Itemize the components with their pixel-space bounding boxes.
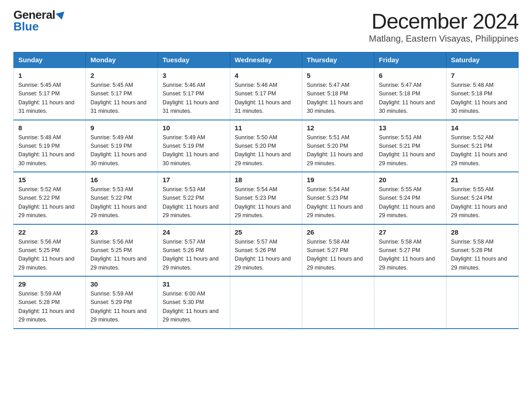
calendar-table: SundayMondayTuesdayWednesdayThursdayFrid… — [13, 52, 519, 329]
day-number: 28 — [451, 228, 514, 236]
day-info: Sunrise: 5:57 AMSunset: 5:26 PMDaylight:… — [163, 238, 225, 273]
day-info: Sunrise: 5:46 AMSunset: 5:17 PMDaylight:… — [163, 81, 225, 116]
day-number: 10 — [163, 124, 225, 132]
page-header: General Blue December 2024 Matlang, East… — [13, 9, 519, 44]
calendar-cell: 8Sunrise: 5:48 AMSunset: 5:19 PMDaylight… — [14, 120, 86, 172]
header-day-tuesday: Tuesday — [158, 52, 230, 68]
day-number: 13 — [379, 124, 442, 132]
day-info: Sunrise: 5:51 AMSunset: 5:20 PMDaylight:… — [307, 133, 369, 168]
day-number: 18 — [235, 176, 297, 184]
week-row-5: 29Sunrise: 5:59 AMSunset: 5:28 PMDayligh… — [14, 276, 519, 329]
day-info: Sunrise: 5:58 AMSunset: 5:27 PMDaylight:… — [307, 238, 369, 273]
calendar-cell — [230, 276, 302, 329]
header-day-friday: Friday — [374, 52, 446, 68]
calendar-cell: 4Sunrise: 5:46 AMSunset: 5:17 PMDaylight… — [230, 68, 302, 120]
day-info: Sunrise: 5:58 AMSunset: 5:27 PMDaylight:… — [379, 238, 442, 273]
day-number: 16 — [90, 176, 153, 184]
day-info: Sunrise: 5:52 AMSunset: 5:21 PMDaylight:… — [451, 133, 514, 168]
day-number: 15 — [18, 176, 81, 184]
calendar-cell: 28Sunrise: 5:58 AMSunset: 5:28 PMDayligh… — [446, 224, 519, 277]
calendar-cell: 22Sunrise: 5:56 AMSunset: 5:25 PMDayligh… — [14, 224, 86, 277]
day-number: 17 — [163, 176, 225, 184]
calendar-body: 1Sunrise: 5:45 AMSunset: 5:17 PMDaylight… — [14, 68, 519, 329]
day-number: 21 — [451, 176, 514, 184]
header-row: SundayMondayTuesdayWednesdayThursdayFrid… — [14, 52, 519, 68]
day-number: 5 — [307, 72, 369, 79]
calendar-cell: 16Sunrise: 5:53 AMSunset: 5:22 PMDayligh… — [86, 172, 158, 224]
calendar-cell: 6Sunrise: 5:47 AMSunset: 5:18 PMDaylight… — [374, 68, 446, 120]
calendar-cell: 17Sunrise: 5:53 AMSunset: 5:22 PMDayligh… — [158, 172, 230, 224]
day-number: 12 — [307, 124, 369, 132]
calendar-cell: 1Sunrise: 5:45 AMSunset: 5:17 PMDaylight… — [14, 68, 86, 120]
calendar-cell: 9Sunrise: 5:49 AMSunset: 5:19 PMDaylight… — [86, 120, 158, 172]
day-info: Sunrise: 5:54 AMSunset: 5:23 PMDaylight:… — [307, 185, 369, 220]
calendar-cell: 18Sunrise: 5:54 AMSunset: 5:23 PMDayligh… — [230, 172, 302, 224]
calendar-cell: 25Sunrise: 5:57 AMSunset: 5:26 PMDayligh… — [230, 224, 302, 277]
calendar-cell: 10Sunrise: 5:49 AMSunset: 5:19 PMDayligh… — [158, 120, 230, 172]
day-number: 30 — [90, 280, 153, 288]
day-info: Sunrise: 5:48 AMSunset: 5:18 PMDaylight:… — [451, 81, 514, 116]
day-number: 24 — [163, 228, 225, 236]
calendar-cell: 2Sunrise: 5:45 AMSunset: 5:17 PMDaylight… — [86, 68, 158, 120]
header-day-wednesday: Wednesday — [230, 52, 302, 68]
week-row-4: 22Sunrise: 5:56 AMSunset: 5:25 PMDayligh… — [14, 224, 519, 277]
day-info: Sunrise: 5:52 AMSunset: 5:22 PMDaylight:… — [18, 185, 81, 220]
day-number: 11 — [235, 124, 297, 132]
calendar-cell: 12Sunrise: 5:51 AMSunset: 5:20 PMDayligh… — [302, 120, 374, 172]
page-title: December 2024 — [369, 9, 519, 34]
day-number: 26 — [307, 228, 369, 236]
calendar-cell: 5Sunrise: 5:47 AMSunset: 5:18 PMDaylight… — [302, 68, 374, 120]
calendar-cell — [374, 276, 446, 329]
day-number: 20 — [379, 176, 442, 184]
day-info: Sunrise: 5:51 AMSunset: 5:21 PMDaylight:… — [379, 133, 442, 168]
day-info: Sunrise: 5:49 AMSunset: 5:19 PMDaylight:… — [90, 133, 153, 168]
day-number: 9 — [90, 124, 153, 132]
calendar-cell: 21Sunrise: 5:55 AMSunset: 5:24 PMDayligh… — [446, 172, 519, 224]
day-number: 14 — [451, 124, 514, 132]
day-number: 27 — [379, 228, 442, 236]
calendar-cell: 26Sunrise: 5:58 AMSunset: 5:27 PMDayligh… — [302, 224, 374, 277]
calendar-cell: 24Sunrise: 5:57 AMSunset: 5:26 PMDayligh… — [158, 224, 230, 277]
logo-general-text: General — [13, 9, 65, 21]
header-day-thursday: Thursday — [302, 52, 374, 68]
calendar-cell: 19Sunrise: 5:54 AMSunset: 5:23 PMDayligh… — [302, 172, 374, 224]
day-info: Sunrise: 5:45 AMSunset: 5:17 PMDaylight:… — [18, 81, 81, 116]
day-info: Sunrise: 5:50 AMSunset: 5:20 PMDaylight:… — [235, 133, 297, 168]
day-number: 7 — [451, 72, 514, 79]
day-info: Sunrise: 5:55 AMSunset: 5:24 PMDaylight:… — [451, 185, 514, 220]
calendar-header: SundayMondayTuesdayWednesdayThursdayFrid… — [14, 52, 519, 68]
day-number: 29 — [18, 280, 81, 288]
day-info: Sunrise: 5:58 AMSunset: 5:28 PMDaylight:… — [451, 238, 514, 273]
header-day-saturday: Saturday — [446, 52, 519, 68]
day-info: Sunrise: 6:00 AMSunset: 5:30 PMDaylight:… — [163, 290, 225, 325]
header-day-monday: Monday — [86, 52, 158, 68]
day-info: Sunrise: 5:53 AMSunset: 5:22 PMDaylight:… — [163, 185, 225, 220]
header-day-sunday: Sunday — [14, 52, 86, 68]
day-info: Sunrise: 5:47 AMSunset: 5:18 PMDaylight:… — [307, 81, 369, 116]
calendar-cell: 20Sunrise: 5:55 AMSunset: 5:24 PMDayligh… — [374, 172, 446, 224]
logo: General Blue — [13, 9, 65, 32]
day-info: Sunrise: 5:56 AMSunset: 5:25 PMDaylight:… — [18, 238, 81, 273]
day-number: 3 — [163, 72, 225, 79]
day-info: Sunrise: 5:47 AMSunset: 5:18 PMDaylight:… — [379, 81, 442, 116]
week-row-1: 1Sunrise: 5:45 AMSunset: 5:17 PMDaylight… — [14, 68, 519, 120]
calendar-cell: 13Sunrise: 5:51 AMSunset: 5:21 PMDayligh… — [374, 120, 446, 172]
title-block: December 2024 Matlang, Eastern Visayas, … — [369, 9, 519, 44]
calendar-cell: 14Sunrise: 5:52 AMSunset: 5:21 PMDayligh… — [446, 120, 519, 172]
week-row-2: 8Sunrise: 5:48 AMSunset: 5:19 PMDaylight… — [14, 120, 519, 172]
day-number: 1 — [18, 72, 81, 79]
day-number: 8 — [18, 124, 81, 132]
day-number: 23 — [90, 228, 153, 236]
calendar-cell: 27Sunrise: 5:58 AMSunset: 5:27 PMDayligh… — [374, 224, 446, 277]
day-info: Sunrise: 5:59 AMSunset: 5:29 PMDaylight:… — [90, 290, 153, 325]
day-info: Sunrise: 5:48 AMSunset: 5:19 PMDaylight:… — [18, 133, 81, 168]
day-number: 2 — [90, 72, 153, 79]
logo-triangle-icon — [56, 12, 66, 21]
calendar-cell: 7Sunrise: 5:48 AMSunset: 5:18 PMDaylight… — [446, 68, 519, 120]
calendar-cell — [446, 276, 519, 329]
day-number: 25 — [235, 228, 297, 236]
page-subtitle: Matlang, Eastern Visayas, Philippines — [369, 34, 519, 44]
day-info: Sunrise: 5:49 AMSunset: 5:19 PMDaylight:… — [163, 133, 225, 168]
day-number: 31 — [163, 280, 225, 288]
day-info: Sunrise: 5:54 AMSunset: 5:23 PMDaylight:… — [235, 185, 297, 220]
